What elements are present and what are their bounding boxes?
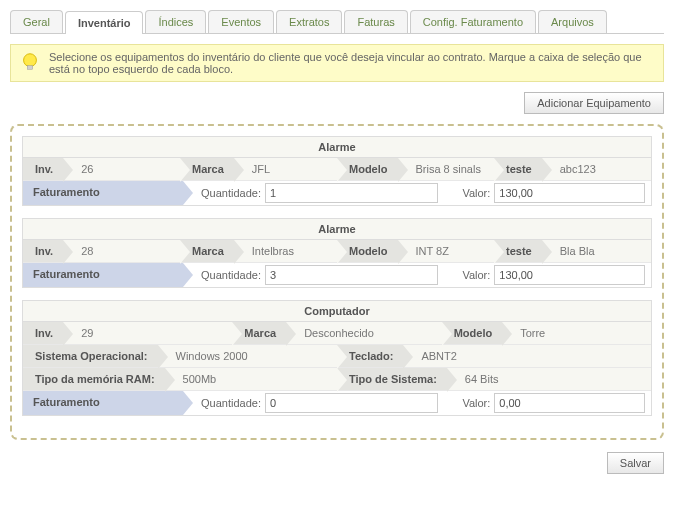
field-label: Tipo de Sistema: [337,368,447,390]
value-label: Valor: [462,397,490,409]
value-input[interactable] [494,265,645,285]
field-value: 500Mb [165,368,337,390]
value-input[interactable] [494,393,645,413]
field-label: Tipo da memória RAM: [23,368,165,390]
block-title: Alarme [23,137,651,158]
field-value: Desconhecido [286,322,442,344]
tab-arquivos[interactable]: Arquivos [538,10,607,33]
tab-eventos[interactable]: Eventos [208,10,274,33]
field-value: Brisa 8 sinals [398,158,495,180]
field-value: JFL [234,158,337,180]
field-value: 26 [63,158,180,180]
detail-row: Tipo da memória RAM:500MbTipo de Sistema… [23,368,651,391]
field-label: Sistema Operacional: [23,345,158,367]
tab-geral[interactable]: Geral [10,10,63,33]
save-button[interactable]: Salvar [607,452,664,474]
svg-point-0 [24,54,37,67]
equipment-block: AlarmeInv.26MarcaJFLModeloBrisa 8 sinals… [22,136,652,206]
field-value: 64 Bits [447,368,651,390]
svg-rect-1 [27,66,33,70]
field-value: ABNT2 [403,345,651,367]
billing-row: FaturamentoQuantidade:Valor: [23,181,651,205]
quantity-label: Quantidade: [201,187,261,199]
equipment-block: AlarmeInv.28MarcaIntelbrasModeloINT 8Zte… [22,218,652,288]
value-label: Valor: [462,269,490,281]
field-value: 29 [63,322,232,344]
quantity-input[interactable] [265,183,438,203]
tab-config-faturamento[interactable]: Config. Faturamento [410,10,536,33]
lightbulb-icon [19,51,41,73]
quantity-input[interactable] [265,265,438,285]
field-value: INT 8Z [398,240,495,262]
field-label: Inv. [23,240,63,262]
tab--ndices[interactable]: Índices [145,10,206,33]
field-value: Torre [502,322,651,344]
field-value: 28 [63,240,180,262]
tab-invent-rio[interactable]: Inventário [65,11,144,34]
detail-row: Inv.28MarcaIntelbrasModeloINT 8ZtesteBla… [23,240,651,263]
block-title: Computador [23,301,651,322]
billing-label: Faturamento [23,263,183,287]
detail-row: Inv.26MarcaJFLModeloBrisa 8 sinalstestea… [23,158,651,181]
block-title: Alarme [23,219,651,240]
billing-row: FaturamentoQuantidade:Valor: [23,263,651,287]
quantity-label: Quantidade: [201,269,261,281]
detail-row: Sistema Operacional:Windows 2000Teclado:… [23,345,651,368]
field-value: Windows 2000 [158,345,338,367]
field-label: Inv. [23,322,63,344]
tab-bar: GeralInventárioÍndicesEventosExtratosFat… [10,10,664,34]
value-input[interactable] [494,183,645,203]
detail-row: Inv.29MarcaDesconhecidoModeloTorre [23,322,651,345]
value-label: Valor: [462,187,490,199]
add-equipment-button[interactable]: Adicionar Equipamento [524,92,664,114]
equipment-panel: AlarmeInv.26MarcaJFLModeloBrisa 8 sinals… [10,124,664,440]
billing-label: Faturamento [23,181,183,205]
quantity-input[interactable] [265,393,438,413]
billing-label: Faturamento [23,391,183,415]
tab-faturas[interactable]: Faturas [344,10,407,33]
quantity-label: Quantidade: [201,397,261,409]
equipment-block: ComputadorInv.29MarcaDesconhecidoModeloT… [22,300,652,416]
hint-text: Selecione os equipamentos do inventário … [49,51,655,75]
field-value: Intelbras [234,240,337,262]
tab-extratos[interactable]: Extratos [276,10,342,33]
hint-box: Selecione os equipamentos do inventário … [10,44,664,82]
field-value: Bla Bla [542,240,651,262]
field-label: Inv. [23,158,63,180]
field-value: abc123 [542,158,651,180]
billing-row: FaturamentoQuantidade:Valor: [23,391,651,415]
